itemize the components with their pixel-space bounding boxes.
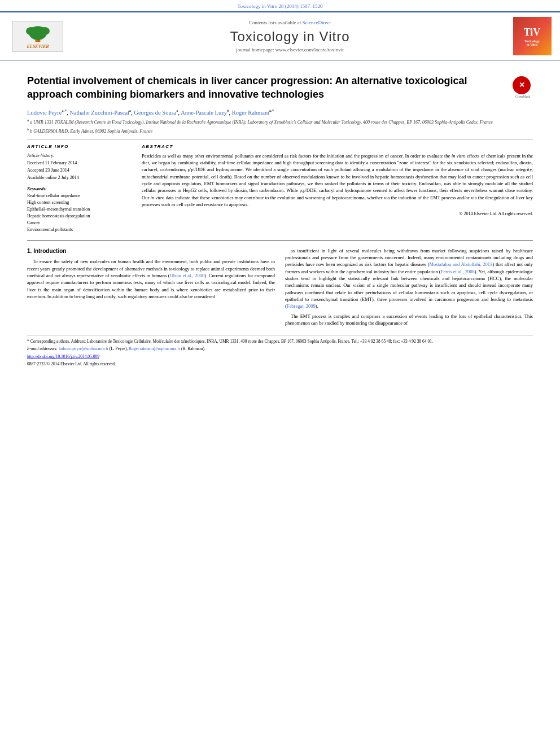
article-history: Article history: Received 11 February 20… xyxy=(27,152,132,181)
article-title-section: Potential involvement of chemicals in li… xyxy=(27,74,533,102)
journal-citation: Toxicology in Vitro 28 (2014) 1507–1520 xyxy=(0,0,560,11)
body-col-left: 1. Introduction To ensure the safety of … xyxy=(27,247,275,329)
affiliation-b: b b GALDERMA R&D, Early Admet, 06902 Sop… xyxy=(27,126,533,134)
keywords-heading: Keywords: xyxy=(27,186,132,193)
crossmark-label: CrossMark xyxy=(513,95,533,98)
ref-mostafalou[interactable]: Mostafalou and Abdollahi, 2013 xyxy=(430,261,493,267)
author-rahmani[interactable]: Roger Rahmani xyxy=(232,109,269,115)
citation-text: Toxicology in Vitro 28 (2014) 1507–1520 xyxy=(238,3,323,9)
keywords-section: Keywords: Real-time cellular impedance H… xyxy=(27,186,132,233)
accepted-date: Accepted 23 June 2014 xyxy=(27,167,132,174)
elsevier-tree-icon xyxy=(21,23,55,43)
crossmark-badge: ✕ CrossMark xyxy=(513,76,533,98)
author-zucchini[interactable]: Nathalie Zucchini-Pascal xyxy=(69,109,129,115)
article-title: Potential involvement of chemicals in li… xyxy=(27,74,507,102)
article-info-col: Article Info Article history: Received 1… xyxy=(27,144,132,233)
body-text: 1. Introduction To ensure the safety of … xyxy=(27,247,533,329)
keyword-6: Environmental pollutants xyxy=(27,226,132,233)
author-peyre[interactable]: Ludovic Peyre xyxy=(27,109,62,115)
email-link-peyre[interactable]: ludovic.peyre@sophia.inra.fr xyxy=(59,346,108,351)
page-wrapper: Toxicology in Vitro 28 (2014) 1507–1520 … xyxy=(0,0,560,747)
doi-link: http://dx.doi.org/10.1016/j.tiv.2014.05.… xyxy=(27,354,533,360)
intro-para-1: To ensure the safety of new molecules on… xyxy=(27,258,275,300)
abstract-col: Abstract Pesticides as well as many othe… xyxy=(142,144,533,233)
keyword-3: Epithelial–mesenchymal transition xyxy=(27,206,132,213)
author-desousa[interactable]: Georges de Sousa xyxy=(134,109,176,115)
received-date: Received 11 February 2014 xyxy=(27,160,132,167)
section-divider xyxy=(27,240,533,241)
footnote-email: E-mail addresses: ludovic.peyre@sophia.i… xyxy=(27,346,533,352)
divider-1 xyxy=(27,139,533,139)
elsevier-label: ELSEVIER xyxy=(27,44,49,49)
content-area: Potential involvement of chemicals in li… xyxy=(0,60,560,376)
ref-fabregat[interactable]: Fabregat, 2009 xyxy=(287,303,316,309)
intro-para-3: The EMT process is complex and comprises… xyxy=(285,313,533,327)
header-right: TiV Toxicologyin Vitro xyxy=(511,17,553,55)
journal-header: ELSEVIER Contents lists available at Sci… xyxy=(0,11,560,60)
ref-olson[interactable]: Olson et al., 2000 xyxy=(170,273,205,278)
history-heading: Article history: xyxy=(27,152,132,159)
elsevier-logo: ELSEVIER xyxy=(12,21,63,52)
article-info-abstract: Article Info Article history: Received 1… xyxy=(27,144,533,233)
keywords-list: Real-time cellular impedance High conten… xyxy=(27,193,132,233)
copyright-line: © 2014 Elsevier Ltd. All rights reserved… xyxy=(142,211,533,216)
article-info-heading: Article Info xyxy=(27,144,132,149)
tiv-logo: TiV Toxicologyin Vitro xyxy=(513,17,552,55)
tiv-label: TiV xyxy=(524,27,541,38)
journal-homepage: journal homepage: www.elsevier.com/locat… xyxy=(69,47,511,53)
ref-ferris[interactable]: Ferris et al., 2008 xyxy=(441,269,475,274)
abstract-text: Pesticides as well as many other environ… xyxy=(142,152,533,208)
crossmark-icon: ✕ xyxy=(513,76,531,94)
affiliations: a a UMR 1331 TOXALIM (Research Centre in… xyxy=(27,117,533,134)
doi-anchor[interactable]: http://dx.doi.org/10.1016/j.tiv.2014.05.… xyxy=(27,354,99,359)
available-date: Available online 2 July 2014 xyxy=(27,174,132,181)
article-title-text: Potential involvement of chemicals in li… xyxy=(27,74,507,102)
science-direct-note: Contents lists available at ScienceDirec… xyxy=(69,20,511,25)
intro-section-title: 1. Introduction xyxy=(27,247,275,256)
body-col-right: as insufficient in light of several mole… xyxy=(285,247,533,329)
footnote-corresponding: * Corresponding authors. Address: Labora… xyxy=(27,339,533,345)
footnote-area: * Corresponding authors. Address: Labora… xyxy=(27,335,533,367)
science-direct-link[interactable]: ScienceDirect xyxy=(303,20,331,25)
keyword-1: Real-time cellular impedance xyxy=(27,193,132,199)
author-luzy[interactable]: Anne-Pascale Luzy xyxy=(181,109,227,115)
keyword-5: Cancer xyxy=(27,220,132,226)
authors-line: Ludovic Peyrea,*, Nathalie Zucchini-Pasc… xyxy=(27,108,533,116)
svg-point-3 xyxy=(40,27,50,35)
affiliation-a: a a UMR 1331 TOXALIM (Research Centre in… xyxy=(27,117,533,125)
abstract-heading: Abstract xyxy=(142,144,533,149)
header-center: Contents lists available at ScienceDirec… xyxy=(69,20,511,53)
header-left: ELSEVIER xyxy=(7,21,69,52)
issn-line: 0887-2333/© 2014 Elsevier Ltd. All right… xyxy=(27,361,533,368)
keyword-4: Hepatic homeostasis dysregulation xyxy=(27,213,132,220)
keyword-2: High content screening xyxy=(27,199,132,206)
tiv-sublabel: Toxicologyin Vitro xyxy=(524,40,540,46)
svg-point-2 xyxy=(26,27,36,35)
email-link-rahmani[interactable]: Roger.rahmani@sophia.inra.fr xyxy=(129,346,180,351)
intro-para-2: as insufficient in light of several mole… xyxy=(285,247,533,310)
journal-title: Toxicology in Vitro xyxy=(69,29,511,45)
abstract-body: Pesticides as well as many other environ… xyxy=(142,152,533,208)
